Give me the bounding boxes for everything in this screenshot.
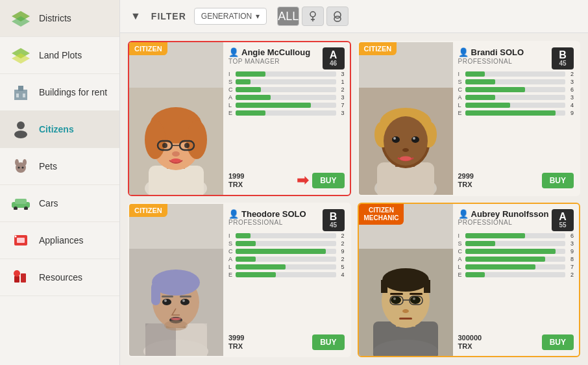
svg-point-36	[145, 120, 165, 159]
svg-point-41	[162, 143, 167, 148]
card-aubrey-avatar: CITIZENMECHANIC	[359, 204, 453, 357]
citizens-icon	[10, 119, 31, 140]
svg-rect-23	[21, 273, 26, 283]
card-aubrey-grade: A 55	[552, 209, 574, 231]
card-theodore-role: PROFESSIONAL	[228, 219, 306, 226]
svg-rect-84	[381, 280, 387, 293]
card-angie-price-row: 1999TRX ➡ BUY	[228, 172, 345, 189]
angie-avatar-svg	[129, 88, 223, 195]
stat-row: A 2	[228, 256, 345, 262]
sidebar-item-appliances[interactable]: Appliances	[0, 222, 119, 259]
sidebar-item-appliances-label: Appliances	[39, 235, 84, 245]
stat-row: I 3	[228, 71, 345, 77]
svg-point-72	[180, 299, 190, 305]
stat-row: S 3	[458, 79, 574, 85]
card-aubrey-price-row: 300000TRX BUY	[458, 334, 574, 351]
card-angie-name-row: 👤 Angie McCulloug TOP MANAGER A 46	[228, 47, 345, 69]
svg-point-55	[411, 136, 419, 143]
card-angie: CITIZEN	[128, 41, 351, 196]
filter-label: FILTER	[151, 11, 186, 21]
stat-row: I 2	[458, 71, 574, 77]
chevron-down-icon: ▾	[256, 12, 260, 21]
stat-row: L 5	[228, 264, 345, 270]
cars-icon	[10, 193, 31, 214]
sidebar-item-districts[interactable]: Districts	[0, 0, 119, 37]
svg-point-73	[164, 299, 167, 302]
sidebar-item-resources[interactable]: Resources	[0, 259, 119, 296]
card-aubrey-name-row: 👤 Aubrey Runolfsson PROFESSIONAL A 55	[458, 209, 574, 231]
svg-point-87	[410, 296, 421, 304]
card-brandi-price-row: 2999TRX BUY	[458, 172, 574, 189]
stat-row: I 2	[228, 233, 345, 239]
svg-point-91	[393, 297, 396, 300]
buildings-icon	[10, 82, 31, 103]
sidebar-item-cars[interactable]: Cars	[0, 185, 119, 222]
svg-point-24	[14, 270, 20, 277]
card-brandi-info: 👤 Brandi SOLO PROFESSIONAL B 45 I 2	[453, 42, 580, 195]
svg-point-76	[171, 318, 181, 320]
person-icon: 👤	[228, 209, 239, 220]
resources-icon	[10, 267, 31, 288]
card-theodore-price-row: 3999TRX BUY	[228, 334, 345, 351]
card-aubrey-badge: CITIZENMECHANIC	[359, 204, 404, 225]
stat-row: C 2	[228, 86, 345, 93]
svg-point-37	[186, 120, 207, 159]
svg-point-25	[310, 12, 315, 17]
card-theodore-avatar: CITIZEN	[129, 204, 223, 357]
filter-male-button[interactable]	[302, 6, 324, 26]
sidebar-item-cars-label: Cars	[39, 198, 58, 208]
card-theodore-buy-button[interactable]: BUY	[312, 334, 344, 350]
card-angie-buy-button[interactable]: BUY	[312, 173, 344, 188]
svg-point-21	[15, 236, 17, 238]
stat-row: L 7	[458, 264, 574, 270]
card-aubrey-price: 300000TRX	[458, 334, 482, 351]
filter-all-button[interactable]: ALL	[277, 6, 299, 26]
svg-point-12	[23, 159, 27, 166]
card-aubrey-stats: I 6 S 3 C 9 A	[458, 233, 574, 331]
svg-point-29	[334, 16, 341, 21]
card-angie-grade: A 46	[323, 47, 345, 69]
stat-row: I 6	[458, 233, 574, 239]
card-theodore: CITIZEN	[128, 203, 351, 358]
card-aubrey: CITIZENMECHANIC	[358, 203, 581, 358]
card-grid: CITIZEN	[120, 33, 588, 365]
land-icon	[10, 45, 31, 66]
card-aubrey-name: 👤 Aubrey Runolfsson	[458, 209, 549, 220]
pets-icon	[10, 156, 31, 177]
districts-icon	[10, 8, 31, 29]
stat-row: A 3	[458, 94, 574, 101]
filter-buttons: ALL	[277, 6, 349, 26]
stat-row: C 9	[228, 248, 345, 255]
generation-dropdown[interactable]: GENERATION ▾	[194, 8, 267, 25]
card-brandi-name-row: 👤 Brandi SOLO PROFESSIONAL B 45	[458, 47, 574, 69]
svg-point-42	[184, 143, 190, 148]
svg-rect-85	[424, 280, 430, 293]
svg-point-59	[400, 156, 411, 160]
svg-rect-16	[15, 199, 27, 204]
card-brandi: CITIZEN	[358, 41, 581, 196]
svg-rect-7	[23, 94, 25, 97]
card-theodore-badge: CITIZEN	[129, 204, 167, 217]
svg-point-8	[17, 121, 25, 129]
svg-point-71	[162, 299, 171, 305]
svg-point-56	[393, 137, 396, 140]
stat-row: L 4	[458, 102, 574, 108]
sidebar-item-land-plots[interactable]: Land Plots	[0, 37, 119, 74]
svg-rect-93	[390, 293, 403, 295]
svg-point-54	[392, 136, 400, 143]
sidebar-item-pets[interactable]: Pets	[0, 148, 119, 185]
generation-label: GENERATION	[201, 12, 252, 21]
card-theodore-grade: B 45	[323, 209, 345, 231]
sidebar-item-buildings[interactable]: Buildings for rent	[0, 74, 119, 111]
card-brandi-name: 👤 Brandi SOLO	[458, 47, 524, 58]
card-theodore-info: 👤 Theodore SOLO PROFESSIONAL B 45 I 2	[223, 204, 350, 357]
card-brandi-avatar: CITIZEN	[359, 42, 453, 195]
card-angie-price: 1999TRX	[228, 172, 244, 189]
filter-female-button[interactable]	[326, 6, 349, 26]
card-brandi-stats: I 2 S 3 C 6 A	[458, 71, 574, 170]
svg-point-14	[22, 167, 24, 169]
card-aubrey-buy-button[interactable]: BUY	[542, 334, 574, 350]
sidebar-item-citizens[interactable]: Citizens	[0, 111, 119, 148]
person-icon: 👤	[458, 47, 469, 58]
card-brandi-buy-button[interactable]: BUY	[542, 173, 574, 188]
